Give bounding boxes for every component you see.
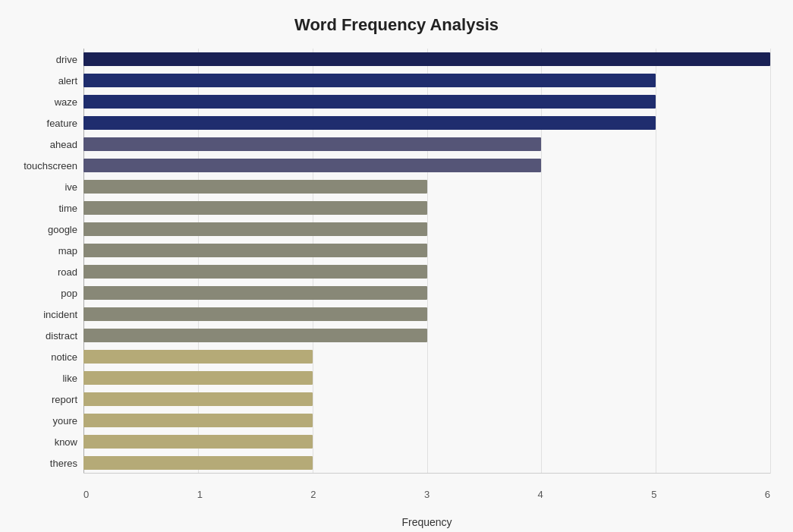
bar-label: ahead: [15, 139, 83, 150]
bar-row: feature: [83, 115, 770, 131]
bar-label: notice: [15, 351, 83, 363]
bar-label: report: [15, 394, 83, 405]
bar-row: ive: [83, 178, 770, 195]
x-tick: 1: [197, 489, 203, 500]
bar: [83, 307, 427, 321]
x-axis-line: [83, 473, 770, 474]
bar-label: road: [15, 266, 83, 278]
x-axis-ticks: 0123456: [83, 489, 770, 500]
bar-label: youre: [15, 415, 83, 427]
bar-label: know: [15, 436, 83, 448]
bar-label: time: [15, 203, 83, 214]
x-axis-label: Frequency: [83, 516, 770, 528]
bar-label: waze: [15, 96, 83, 108]
bar-row: ahead: [83, 136, 770, 153]
bar-row: google: [83, 221, 770, 238]
bar-label: alert: [15, 75, 83, 87]
bar-label: google: [15, 224, 83, 235]
grid-line: [770, 49, 771, 474]
bar: [83, 392, 313, 406]
bar-row: drive: [83, 51, 770, 68]
x-tick: 5: [651, 489, 656, 500]
bar-label: like: [15, 373, 83, 384]
x-tick: 3: [424, 489, 430, 500]
chart-area: drivealertwazefeatureaheadtouchscreenive…: [83, 49, 770, 496]
bar: [83, 350, 313, 364]
bar-label: theres: [15, 458, 83, 469]
x-tick: 0: [83, 489, 89, 500]
bar-row: report: [83, 391, 770, 408]
x-tick: 4: [538, 489, 543, 500]
bar-row: know: [83, 433, 770, 450]
bar-row: pop: [83, 285, 770, 301]
bar: [83, 244, 427, 257]
x-tick: 2: [310, 489, 316, 500]
bar-row: waze: [83, 93, 770, 110]
bar: [83, 435, 313, 449]
bar: [83, 222, 427, 236]
bar: [83, 52, 770, 66]
bar-row: map: [83, 242, 770, 259]
bar: [83, 74, 656, 87]
bar-row: alert: [83, 72, 770, 89]
chart-title: Word Frequency Analysis: [23, 15, 770, 35]
bar: [83, 265, 427, 279]
chart-container: Word Frequency Analysis drivealertwazefe…: [0, 0, 793, 532]
bar-label: feature: [15, 118, 83, 129]
x-tick: 6: [765, 489, 770, 500]
bar-label: ive: [15, 181, 83, 193]
bar-label: touchscreen: [15, 160, 83, 172]
bar: [83, 201, 427, 215]
bar-row: incident: [83, 306, 770, 323]
bar: [83, 159, 541, 172]
bar-row: touchscreen: [83, 157, 770, 174]
bar: [83, 371, 313, 385]
bar-label: incident: [15, 309, 83, 320]
bar: [83, 456, 313, 470]
bar-label: drive: [15, 54, 83, 65]
bar-row: time: [83, 200, 770, 216]
bar-row: road: [83, 263, 770, 280]
bar: [83, 329, 427, 342]
bar-row: theres: [83, 455, 770, 471]
bar: [83, 286, 427, 300]
bar-row: youre: [83, 412, 770, 429]
bar-row: distract: [83, 327, 770, 344]
bars-wrapper: drivealertwazefeatureaheadtouchscreenive…: [83, 49, 770, 474]
bar: [83, 414, 313, 427]
bar-row: like: [83, 370, 770, 386]
bar-label: map: [15, 245, 83, 257]
bar: [83, 95, 656, 109]
bar: [83, 116, 656, 130]
bar-label: pop: [15, 288, 83, 299]
bar-label: distract: [15, 330, 83, 342]
bar: [83, 180, 427, 194]
bar: [83, 137, 541, 151]
bar-row: notice: [83, 348, 770, 365]
